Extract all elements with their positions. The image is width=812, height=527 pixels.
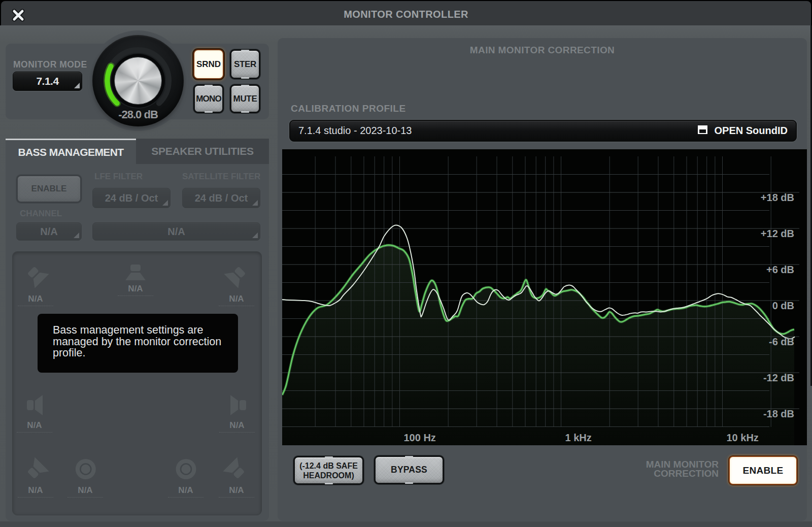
svg-text:+12 dB: +12 dB [761, 228, 794, 239]
svg-text:0 dB: 0 dB [772, 300, 794, 311]
svg-text:-6 dB: -6 dB [769, 336, 794, 347]
svg-text:-12 dB: -12 dB [763, 372, 794, 383]
svg-text:1 kHz: 1 kHz [565, 432, 592, 443]
svg-text:+6 dB: +6 dB [766, 264, 794, 275]
svg-text:10 kHz: 10 kHz [727, 432, 759, 443]
svg-text:-18 dB: -18 dB [763, 408, 794, 419]
svg-text:100 Hz: 100 Hz [404, 432, 436, 443]
svg-text:+18 dB: +18 dB [761, 192, 794, 203]
